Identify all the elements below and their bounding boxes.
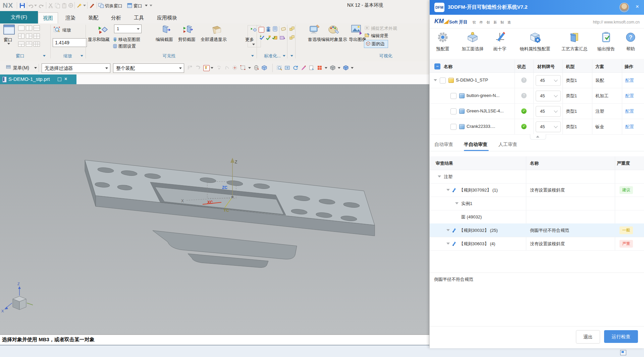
tag-icon[interactable]: [281, 26, 286, 33]
object-display-icon[interactable]: [259, 27, 264, 33]
exit-button[interactable]: 退出: [576, 330, 600, 344]
draw-cross-button[interactable]: 画十字: [481, 31, 518, 52]
row-checkbox[interactable]: [440, 78, 446, 84]
row-checkbox[interactable]: [450, 108, 457, 114]
parts-box-icon-b[interactable]: [289, 35, 295, 42]
shaded-view-icon[interactable]: [330, 65, 336, 70]
layer-settings[interactable]: 图层设置: [113, 43, 136, 49]
clip-section-label[interactable]: 剪切截面: [178, 37, 196, 43]
pen-icon[interactable]: [89, 3, 95, 8]
expand-caret[interactable]: [446, 229, 450, 231]
redo-icon[interactable]: [38, 3, 44, 8]
draw-tool-icon[interactable]: [301, 65, 307, 70]
review-row-instance[interactable]: 实例1: [430, 197, 644, 210]
edit-object-display-icon[interactable]: [328, 24, 340, 37]
material-select[interactable]: 45: [536, 121, 561, 132]
parts-box-icon-a[interactable]: [289, 26, 295, 33]
selection-scope-combo[interactable]: 整个装配: [113, 63, 184, 73]
layout-six-icon[interactable]: [34, 42, 40, 47]
menu-button-dropdown[interactable]: [34, 67, 37, 69]
run-check-button[interactable]: 运行检查: [604, 330, 638, 343]
movie-icon[interactable]: [280, 35, 285, 42]
sphere-tool-icon[interactable]: [68, 3, 74, 8]
undo-icon[interactable]: [28, 3, 34, 8]
grid-red-icon[interactable]: [317, 65, 323, 70]
layer-select-dropdown[interactable]: [137, 28, 140, 30]
pan-icon[interactable]: [285, 65, 290, 70]
cut-icon[interactable]: [48, 3, 54, 8]
clip-section-icon[interactable]: [183, 25, 193, 36]
layers-stack-icon[interactable]: [266, 26, 271, 33]
part-tab[interactable]: S-DEMO-1_stp.prt ×: [0, 74, 76, 84]
snap-filter-dropdown[interactable]: [211, 67, 213, 69]
layout-three-d-icon[interactable]: [26, 42, 32, 47]
edit-object-display-label[interactable]: 编辑对象显示: [321, 37, 347, 43]
zoom-icon[interactable]: [54, 26, 61, 35]
expand-caret[interactable]: [434, 79, 437, 81]
snap-filter-active-icon[interactable]: [203, 65, 210, 71]
tab-semi-auto-review[interactable]: 半自动审查: [464, 142, 487, 148]
menu-file[interactable]: 文件(F): [0, 11, 38, 23]
configure-link[interactable]: 配置: [625, 93, 634, 99]
more-dropdown[interactable]: [252, 44, 255, 45]
expand-caret[interactable]: [438, 175, 441, 177]
dfm-close-icon[interactable]: ×: [634, 4, 640, 10]
material-select[interactable]: 45: [536, 91, 561, 101]
copy-icon[interactable]: [55, 3, 60, 8]
switch-window-label[interactable]: 切换窗口: [105, 3, 122, 9]
preferences-label[interactable]: 首选项: [308, 37, 321, 43]
group-zoom-dialog[interactable]: [80, 55, 83, 57]
part-row[interactable]: Crank22333.... ✓ 45 类型1 钣金 配置: [430, 119, 644, 135]
layout-four-icon[interactable]: [34, 34, 40, 39]
edit-background-label[interactable]: 编辑背景: [371, 33, 388, 39]
shaded-tool-icon[interactable]: [254, 65, 259, 70]
undo-dropdown[interactable]: [34, 5, 37, 6]
rotate-view-icon[interactable]: [293, 65, 299, 70]
layout-three-a-icon[interactable]: [18, 34, 24, 39]
window-big-icon[interactable]: [3, 24, 15, 36]
restore-window-icon[interactable]: [58, 78, 61, 81]
translucent-label[interactable]: 全部通透显示: [201, 37, 227, 43]
group-standardize-dialog[interactable]: [283, 55, 285, 57]
configure-link[interactable]: 配置: [625, 124, 634, 130]
layout-three-c-icon[interactable]: [18, 42, 24, 47]
expand-caret[interactable]: [455, 202, 459, 204]
review-row-rule[interactable]: 【规则30603】 (4) 没有设置拔模斜度 严重: [430, 237, 644, 251]
window-icon[interactable]: [127, 3, 132, 8]
window-menu-label[interactable]: 窗口: [133, 3, 142, 9]
translucent-icon[interactable]: [211, 25, 222, 36]
layer-select[interactable]: 1: [114, 24, 142, 33]
material-select[interactable]: 45: [536, 106, 561, 117]
zoom-button-label[interactable]: 缩放: [62, 27, 71, 33]
row-checkbox[interactable]: [450, 124, 457, 130]
menu-tab-tools[interactable]: 工具: [129, 12, 149, 23]
qat-overflow[interactable]: [150, 5, 152, 6]
menu-tab-analysis[interactable]: 分析: [106, 12, 126, 23]
face-edges-label[interactable]: 面的边: [372, 41, 385, 47]
close-tab-icon[interactable]: ×: [64, 76, 67, 82]
layout-two-horizontal-icon[interactable]: [34, 26, 40, 31]
expand-caret[interactable]: [446, 189, 450, 191]
export-image-icon[interactable]: [351, 24, 363, 37]
group-window-dialog[interactable]: [43, 55, 46, 57]
review-row-group[interactable]: 注塑: [430, 170, 644, 184]
grid-dropdown[interactable]: [325, 67, 327, 69]
tab-auto-review[interactable]: 自动审查: [434, 142, 453, 148]
more-label[interactable]: 更多: [245, 37, 254, 43]
menu-tab-application[interactable]: 应用模块: [152, 12, 182, 23]
edit-section-label[interactable]: 编辑截面: [156, 37, 173, 43]
tab-manual-review[interactable]: 人工审查: [498, 142, 517, 148]
edit-background-icon[interactable]: [365, 33, 370, 39]
box-check-icon[interactable]: [272, 35, 277, 42]
doc-settings-icon[interactable]: [272, 26, 278, 33]
menu-tab-render[interactable]: 渲染: [61, 12, 80, 23]
view-cube-dropdown[interactable]: [351, 67, 354, 69]
cube-tool-icon[interactable]: [262, 65, 267, 70]
layout-two-vertical-icon[interactable]: [26, 26, 32, 31]
show-hide-label[interactable]: 显示和隐藏: [88, 37, 110, 43]
show-hide-icon[interactable]: [97, 24, 109, 37]
review-row-face[interactable]: 面 (49032): [430, 210, 644, 224]
marquee-icon[interactable]: [240, 65, 246, 70]
marquee-dropdown[interactable]: [248, 67, 251, 69]
layout-single-icon[interactable]: [18, 26, 24, 31]
